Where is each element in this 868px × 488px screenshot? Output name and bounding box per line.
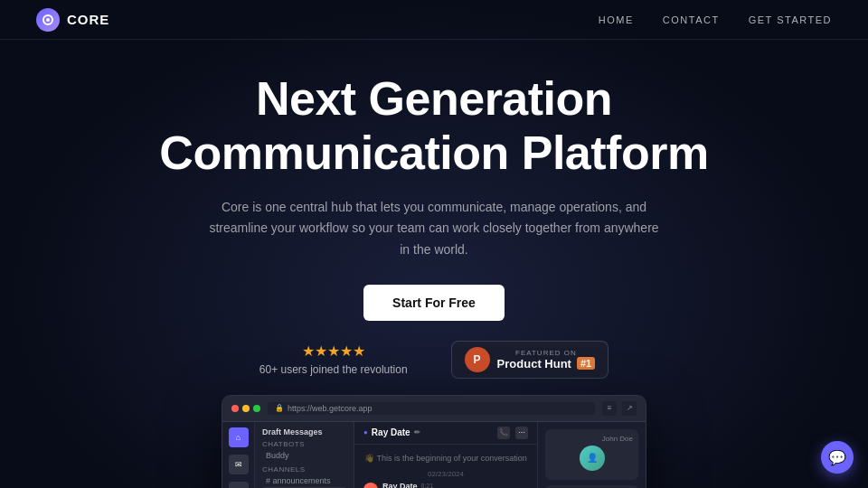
sidebar-icon-chat[interactable]: ✉ xyxy=(229,455,249,474)
url-text: https://web.getcore.app xyxy=(288,404,373,413)
msg-time-ray: 8:21 xyxy=(421,483,434,488)
dot-red xyxy=(231,405,239,412)
product-hunt-icon: P xyxy=(465,347,490,372)
chatbots-section: CHATBOTS xyxy=(262,440,346,448)
start-conversation-text: 👋 This is the beginning of your conversa… xyxy=(363,454,528,463)
dot-green xyxy=(253,405,260,412)
message-ray: Ray Date 8:21 Hi John, I need to discuss… xyxy=(363,482,528,488)
hero-title: Next Generation Communication Platform xyxy=(18,72,850,181)
ph-number: #1 xyxy=(577,357,595,370)
msg-header-ray: Ray Date 8:21 xyxy=(382,482,528,488)
phone-icon[interactable]: 📞 xyxy=(497,427,510,439)
navbar: CORE HOME CONTACT GET STARTED xyxy=(0,0,868,40)
more-icon[interactable]: ⋯ xyxy=(515,427,528,439)
app-screenshot: 🔒 https://web.getcore.app ≡ ↗ ⌂ ✉ ⚙ 👤 Dr… xyxy=(0,395,868,488)
logo[interactable]: CORE xyxy=(36,8,109,32)
svg-point-1 xyxy=(46,18,50,22)
chat-messages: 👋 This is the beginning of your conversa… xyxy=(354,445,537,488)
nav-links: HOME CONTACT GET STARTED xyxy=(599,14,832,25)
nav-home[interactable]: HOME xyxy=(599,14,634,25)
floating-chat-button[interactable]: 💬 xyxy=(821,441,854,474)
ph-name: Product Hunt xyxy=(497,357,571,371)
msg-avatar-ray xyxy=(363,483,378,488)
browser-action-1[interactable]: ≡ xyxy=(602,401,617,416)
chat-header: ● Ray Date ✏ 📞 ⋯ xyxy=(354,422,537,445)
hero-title-line2: Communication Platform xyxy=(159,127,708,179)
logo-text: CORE xyxy=(67,12,109,27)
product-hunt-badge[interactable]: P FEATURED ON Product Hunt #1 xyxy=(451,341,609,379)
channels-header: Draft Messages xyxy=(262,427,346,436)
right-card-john: John Doe 👤 xyxy=(545,429,638,480)
chat-panel: ● Ray Date ✏ 📞 ⋯ 👋 This is the beginning… xyxy=(354,422,537,488)
lock-icon: 🔒 xyxy=(275,404,284,412)
ph-featured-label: FEATURED ON xyxy=(497,349,596,357)
draft-messages-label: Draft Messages xyxy=(262,427,323,436)
product-hunt-text: FEATURED ON Product Hunt #1 xyxy=(497,349,596,371)
app-content: ⌂ ✉ ⚙ 👤 Draft Messages CHATBOTS Buddy CH… xyxy=(222,422,646,488)
browser-bar: 🔒 https://web.getcore.app ≡ ↗ xyxy=(222,396,646,422)
john-label: John Doe xyxy=(551,435,633,443)
chat-bubble-icon: 💬 xyxy=(828,449,846,466)
nav-get-started[interactable]: GET STARTED xyxy=(749,14,832,25)
stars-row: ★★★★★ 60+ users joined the revolution xyxy=(259,343,408,376)
stars: ★★★★★ xyxy=(302,343,365,360)
edit-icon: ✏ xyxy=(414,428,420,436)
chat-title: ● Ray Date ✏ xyxy=(363,427,420,437)
sidebar-icon-home[interactable]: ⌂ xyxy=(229,427,249,447)
logo-icon xyxy=(36,8,60,32)
browser-action-2[interactable]: ↗ xyxy=(622,401,637,416)
right-panel: John Doe 👤 Ray Date 👤 xyxy=(537,422,646,488)
channel-buddy[interactable]: Buddy xyxy=(262,450,346,462)
msg-content-ray: Ray Date 8:21 Hi John, I need to discuss… xyxy=(382,482,528,488)
cta-button[interactable]: Start For Free xyxy=(363,285,505,321)
users-text: 60+ users joined the revolution xyxy=(259,363,408,376)
hero-title-line1: Next Generation xyxy=(256,72,612,125)
browser-url[interactable]: 🔒 https://web.getcore.app xyxy=(268,402,595,415)
nav-contact[interactable]: CONTACT xyxy=(663,14,720,25)
browser-dots xyxy=(231,405,260,412)
msg-name-ray: Ray Date xyxy=(382,482,418,488)
right-avatar-john: 👤 xyxy=(580,446,605,471)
chat-header-actions: 📞 ⋯ xyxy=(497,427,528,439)
sidebar-icon-settings[interactable]: ⚙ xyxy=(229,482,249,488)
channels-panel: Draft Messages CHATBOTS Buddy CHANNELS #… xyxy=(255,422,354,488)
social-proof: ★★★★★ 60+ users joined the revolution P … xyxy=(18,341,850,379)
browser-window: 🔒 https://web.getcore.app ≡ ↗ ⌂ ✉ ⚙ 👤 Dr… xyxy=(222,395,646,488)
hero-subtitle: Core is one central hub that lets you co… xyxy=(208,197,660,261)
date-divider: 02/23/2024 xyxy=(363,470,528,478)
channels-section: CHANNELS xyxy=(262,465,346,474)
channel-announcements[interactable]: # announcements xyxy=(262,475,346,487)
dot-yellow xyxy=(242,405,250,412)
sidebar-narrow: ⌂ ✉ ⚙ 👤 xyxy=(222,422,255,488)
browser-actions: ≡ ↗ xyxy=(602,401,637,416)
hero-section: Next Generation Communication Platform C… xyxy=(0,40,868,379)
